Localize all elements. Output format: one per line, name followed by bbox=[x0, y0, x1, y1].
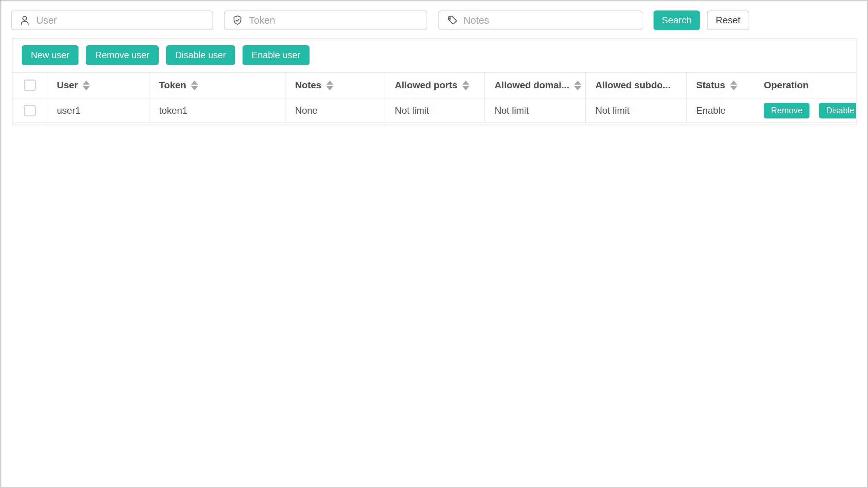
token-filter-input[interactable] bbox=[249, 15, 427, 26]
enable-user-button[interactable]: Enable user bbox=[243, 45, 310, 65]
operation-cell: Remove Disable bbox=[754, 98, 856, 123]
notes-filter-field[interactable] bbox=[438, 10, 642, 30]
reset-button[interactable]: Reset bbox=[707, 10, 749, 30]
row-select-cell bbox=[13, 98, 47, 123]
sort-icon[interactable] bbox=[326, 81, 333, 90]
disable-user-button[interactable]: Disable user bbox=[166, 45, 235, 65]
column-header-token[interactable]: Token bbox=[149, 72, 285, 98]
notes-cell: None bbox=[285, 98, 385, 123]
row-checkbox[interactable] bbox=[24, 105, 36, 116]
sort-icon[interactable] bbox=[191, 81, 198, 90]
select-all-checkbox[interactable] bbox=[24, 80, 36, 91]
user-filter-input[interactable] bbox=[36, 15, 212, 26]
row-disable-button[interactable]: Disable bbox=[819, 103, 856, 118]
allowed-domains-cell: Not limit bbox=[485, 98, 586, 123]
notes-filter-input[interactable] bbox=[463, 15, 642, 26]
filter-bar: Search Reset bbox=[11, 10, 749, 30]
sort-icon[interactable] bbox=[730, 81, 737, 90]
column-header-select bbox=[13, 72, 47, 98]
new-user-button[interactable]: New user bbox=[22, 45, 78, 65]
allowed-subdomains-cell: Not limit bbox=[586, 98, 686, 123]
user-management-page: Search Reset New user Remove user Disabl… bbox=[0, 0, 868, 488]
column-header-notes[interactable]: Notes bbox=[285, 72, 385, 98]
user-icon bbox=[19, 15, 30, 26]
token-filter-field[interactable] bbox=[224, 10, 427, 30]
table-header-row: User Token Notes bbox=[13, 72, 856, 98]
user-actions-toolbar: New user Remove user Disable user Enable… bbox=[13, 45, 856, 65]
user-filter-field[interactable] bbox=[11, 10, 213, 30]
column-header-operation: Operation bbox=[754, 72, 856, 98]
table-row: user1 token1 None Not limit Not limit No… bbox=[13, 98, 856, 123]
column-header-allowed-ports[interactable]: Allowed ports bbox=[385, 72, 485, 98]
sort-icon[interactable] bbox=[83, 81, 90, 90]
column-header-user[interactable]: User bbox=[47, 72, 149, 98]
search-button[interactable]: Search bbox=[654, 10, 700, 30]
shield-check-icon bbox=[232, 15, 243, 26]
allowed-ports-cell: Not limit bbox=[385, 98, 485, 123]
column-header-status[interactable]: Status bbox=[686, 72, 754, 98]
status-cell: Enable bbox=[686, 98, 754, 123]
row-remove-button[interactable]: Remove bbox=[764, 103, 809, 118]
users-panel: New user Remove user Disable user Enable… bbox=[12, 38, 856, 125]
remove-user-button[interactable]: Remove user bbox=[86, 45, 159, 65]
token-cell: token1 bbox=[149, 98, 285, 123]
users-table: User Token Notes bbox=[13, 72, 856, 123]
sort-icon[interactable] bbox=[462, 81, 469, 90]
tag-icon bbox=[446, 15, 458, 26]
column-header-allowed-subdomains[interactable]: Allowed subdo... bbox=[586, 72, 686, 98]
sort-icon[interactable] bbox=[574, 81, 581, 90]
user-cell: user1 bbox=[47, 98, 149, 123]
column-header-allowed-domains[interactable]: Allowed domai... bbox=[485, 72, 586, 98]
